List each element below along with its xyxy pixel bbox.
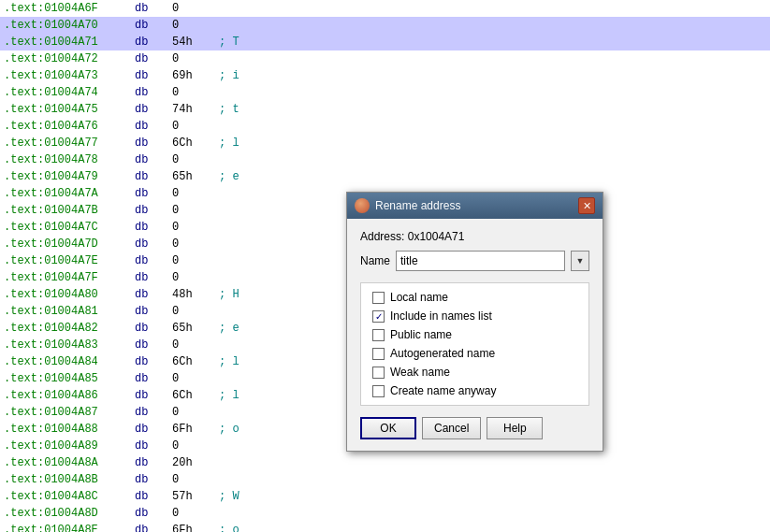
code-line[interactable]: .text:01004A6Fdb0 (0, 0, 770, 17)
name-row: Name ▼ (360, 251, 589, 271)
line-comment: ; T (219, 34, 240, 50)
checkbox-box-3[interactable] (372, 348, 385, 360)
line-value: 0 (172, 303, 219, 320)
name-dropdown-button[interactable]: ▼ (571, 251, 589, 271)
checkbox-row[interactable]: Public name (372, 328, 577, 341)
line-comment: ; l (219, 353, 240, 370)
line-instruction: db (135, 488, 172, 505)
dialog-title-text: Rename address (375, 199, 460, 212)
line-value: 57h (172, 488, 219, 505)
dialog-title-left: Rename address (355, 198, 460, 213)
line-value: 20h (172, 454, 219, 471)
code-line[interactable]: .text:01004A77db6Ch; l (0, 135, 770, 151)
line-address: .text:01004A8B (4, 471, 135, 488)
checkbox-row[interactable]: Local name (372, 291, 577, 304)
code-line[interactable]: .text:01004A79db65h; e (0, 168, 770, 185)
line-comment: ; o (219, 421, 240, 438)
line-value: 48h (172, 286, 219, 303)
line-address: .text:01004A7C (4, 219, 135, 236)
line-value: 0 (172, 0, 219, 17)
code-line[interactable]: .text:01004A8Edb6Fh; o (0, 522, 770, 532)
line-comment: ; W (219, 488, 240, 505)
line-value: 0 (172, 505, 219, 522)
line-address: .text:01004A88 (4, 421, 135, 438)
line-address: .text:01004A72 (4, 50, 135, 67)
line-value: 74h (172, 101, 219, 118)
line-instruction: db (135, 320, 172, 337)
line-instruction: db (135, 387, 172, 404)
checkbox-row[interactable]: Weak name (372, 366, 577, 379)
line-value: 0 (172, 84, 219, 101)
line-value: 0 (172, 118, 219, 135)
line-instruction: db (135, 421, 172, 438)
code-line[interactable]: .text:01004A78db0 (0, 151, 770, 168)
code-line[interactable]: .text:01004A72db0 (0, 50, 770, 67)
line-address: .text:01004A8C (4, 488, 135, 505)
line-instruction: db (135, 269, 172, 286)
checkboxes-area: Local name✓Include in names listPublic n… (360, 282, 589, 406)
line-address: .text:01004A83 (4, 337, 135, 353)
line-value: 6Ch (172, 135, 219, 151)
code-line[interactable]: .text:01004A8Cdb57h; W (0, 488, 770, 505)
line-comment: ; t (219, 101, 240, 118)
code-line[interactable]: .text:01004A76db0 (0, 118, 770, 135)
close-button[interactable]: ✕ (578, 197, 595, 214)
address-row: Address: 0x1004A71 (360, 230, 589, 243)
line-comment: ; e (219, 320, 240, 337)
line-address: .text:01004A77 (4, 135, 135, 151)
code-line[interactable]: .text:01004A71db54h; T (0, 34, 770, 50)
line-instruction: db (135, 0, 172, 17)
line-value: 0 (172, 370, 219, 387)
line-value: 0 (172, 202, 219, 219)
line-address: .text:01004A84 (4, 353, 135, 370)
address-label: Address: (360, 230, 404, 243)
line-address: .text:01004A8A (4, 454, 135, 471)
line-address: .text:01004A79 (4, 168, 135, 185)
code-line[interactable]: .text:01004A74db0 (0, 84, 770, 101)
code-line[interactable]: .text:01004A75db74h; t (0, 101, 770, 118)
line-value: 65h (172, 168, 219, 185)
code-line[interactable]: .text:01004A8Ddb0 (0, 505, 770, 522)
dialog-icon (355, 198, 370, 213)
checkbox-box-0[interactable] (372, 292, 385, 304)
checkbox-row[interactable]: ✓Include in names list (372, 309, 577, 323)
checkbox-box-1[interactable]: ✓ (372, 310, 385, 323)
line-instruction: db (135, 505, 172, 522)
line-value: 69h (172, 67, 219, 84)
code-line[interactable]: .text:01004A70db0 (0, 17, 770, 34)
name-label: Name (360, 254, 390, 267)
code-line[interactable]: .text:01004A8Bdb0 (0, 471, 770, 488)
code-line[interactable]: .text:01004A73db69h; i (0, 67, 770, 84)
checkbox-row[interactable]: Autogenerated name (372, 347, 577, 360)
checkbox-box-2[interactable] (372, 329, 385, 341)
line-instruction: db (135, 101, 172, 118)
checkbox-row[interactable]: Create name anyway (372, 384, 577, 397)
line-comment: ; o (219, 522, 240, 532)
address-value: 0x1004A71 (408, 230, 465, 243)
ok-button[interactable]: OK (360, 417, 416, 439)
checkbox-label-5: Create name anyway (390, 384, 496, 397)
line-value: 0 (172, 337, 219, 353)
name-input[interactable] (396, 251, 565, 271)
line-instruction: db (135, 370, 172, 387)
cancel-button[interactable]: Cancel (422, 417, 481, 439)
line-instruction: db (135, 303, 172, 320)
line-address: .text:01004A78 (4, 151, 135, 168)
line-value: 0 (172, 236, 219, 252)
line-comment: ; l (219, 387, 240, 404)
checkbox-box-5[interactable] (372, 385, 385, 397)
line-instruction: db (135, 84, 172, 101)
line-value: 6Ch (172, 353, 219, 370)
line-address: .text:01004A82 (4, 320, 135, 337)
checkbox-label-4: Weak name (390, 366, 450, 379)
dialog-buttons: OK Cancel Help (360, 417, 589, 439)
line-instruction: db (135, 202, 172, 219)
line-value: 6Ch (172, 387, 219, 404)
line-comment: ; e (219, 168, 240, 185)
checkbox-box-4[interactable] (372, 367, 385, 379)
rename-address-dialog[interactable]: Rename address ✕ Address: 0x1004A71 Name… (346, 192, 603, 452)
line-value: 0 (172, 404, 219, 421)
code-line[interactable]: .text:01004A8Adb20h (0, 454, 770, 471)
help-button[interactable]: Help (487, 417, 543, 439)
line-value: 54h (172, 34, 219, 50)
